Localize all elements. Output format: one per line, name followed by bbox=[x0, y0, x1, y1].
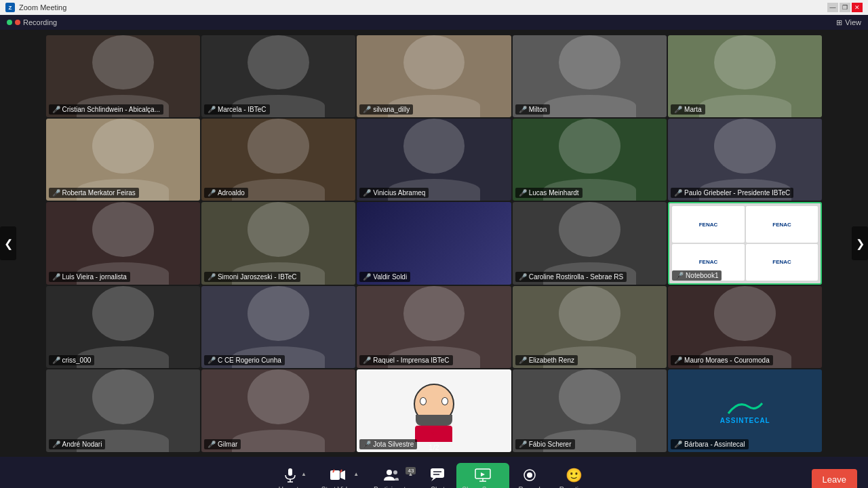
mic-icon-23: 🎤 bbox=[519, 441, 527, 448]
view-icon: ⊞ bbox=[836, 18, 842, 27]
mic-icon-22: 🎤 bbox=[363, 441, 371, 448]
reactions-icon: 🙂 bbox=[565, 466, 584, 485]
participants-icon bbox=[382, 466, 401, 485]
participant-label-23: 🎤 Fábio Scherer bbox=[515, 439, 575, 449]
mic-icon-3: 🎤 bbox=[519, 106, 527, 113]
mic-icon-7: 🎤 bbox=[363, 189, 371, 197]
mic-icon-0: 🎤 bbox=[52, 106, 60, 113]
svg-rect-3 bbox=[330, 470, 340, 480]
record-icon bbox=[520, 466, 539, 485]
video-icon bbox=[328, 466, 347, 485]
video-cell-13[interactable]: 🎤 Caroline Rostirolla - Sebrae RS bbox=[513, 202, 667, 284]
mic-icon-19: 🎤 bbox=[674, 357, 682, 364]
video-cell-9[interactable]: 🎤 Paulo Griebeler - Presidente IBTeC bbox=[668, 119, 822, 201]
nav-next-button[interactable]: ❯ bbox=[852, 226, 868, 260]
record-label: Record bbox=[519, 486, 540, 489]
chat-icon bbox=[428, 466, 447, 485]
video-cell-18[interactable]: 🎤 Elizabeth Renz bbox=[513, 286, 667, 368]
share-screen-icon bbox=[473, 466, 492, 485]
mic-icon-8: 🎤 bbox=[519, 189, 527, 197]
mic-icon-9: 🎤 bbox=[674, 189, 682, 197]
video-cell-19[interactable]: 🎤 Mauro Moraes - Couromoda bbox=[668, 286, 822, 368]
video-cell-15[interactable]: 🎤 criss_000 bbox=[46, 286, 200, 368]
video-cell-21[interactable]: 🎤 Gilmar bbox=[201, 369, 355, 451]
unmute-label: Unmute bbox=[279, 486, 302, 489]
mic-icon-15: 🎤 bbox=[52, 357, 60, 364]
video-cell-24[interactable]: ASSINTECAL 🎤 Bárbara - Assintecal bbox=[668, 369, 822, 451]
participant-label-16: 🎤 C CE Rogerio Cunha bbox=[204, 355, 285, 365]
video-cell-17[interactable]: 🎤 Raquel - Imprensa IBTeC bbox=[357, 286, 511, 368]
unmute-button[interactable]: ▲ Unmute bbox=[269, 466, 312, 489]
video-cell-11[interactable]: 🎤 Simoni Jaroszeski - IBTeC bbox=[201, 202, 355, 284]
chat-label: Chat bbox=[431, 486, 445, 489]
status-dot bbox=[7, 20, 12, 25]
mic-icon-4: 🎤 bbox=[674, 106, 682, 113]
participant-label-14: 🎤 Notebook1 bbox=[672, 270, 722, 281]
video-cell-7[interactable]: 🎤 Vinicius Abrameq bbox=[357, 119, 511, 201]
participant-label-4: 🎤 Marta bbox=[671, 104, 705, 115]
video-cell-8[interactable]: 🎤 Lucas Meinhardt bbox=[513, 119, 667, 201]
mic-icon-10: 🎤 bbox=[52, 273, 60, 281]
record-button[interactable]: Record bbox=[509, 466, 550, 489]
participant-label-21: 🎤 Gilmar bbox=[204, 439, 241, 449]
reactions-label: Reactions bbox=[559, 486, 589, 489]
video-cell-22[interactable]: W 🎤 Jota Silvestre bbox=[357, 369, 511, 451]
video-cell-2[interactable]: 🎤 silvana_dilly bbox=[357, 35, 511, 117]
share-screen-button[interactable]: Share Screen bbox=[456, 463, 509, 489]
participant-label-10: 🎤 Luis Vieira - jornalista bbox=[49, 272, 130, 282]
top-toolbar: Recording ⊞ View bbox=[0, 15, 868, 30]
participant-label-22: 🎤 Jota Silvestre bbox=[359, 439, 417, 449]
video-cell-6[interactable]: 🎤 Adroaldo bbox=[201, 119, 355, 201]
reactions-button[interactable]: 🙂 Reactions bbox=[550, 466, 599, 489]
video-area: ❮ ❯ 🎤 Cristian Schlindwein - Abicalça...… bbox=[0, 30, 868, 457]
participant-label-1: 🎤 Marcela - IBTeC bbox=[204, 104, 270, 115]
svg-marker-14 bbox=[481, 472, 485, 476]
video-cell-16[interactable]: 🎤 C CE Rogerio Cunha bbox=[201, 286, 355, 368]
maximize-button[interactable]: ❐ bbox=[840, 3, 850, 12]
participant-label-17: 🎤 Raquel - Imprensa IBTeC bbox=[359, 355, 452, 365]
mic-icon bbox=[281, 466, 300, 485]
video-cell-3[interactable]: 🎤 Milton bbox=[513, 35, 667, 117]
participants-button[interactable]: 43 ▲ Participants bbox=[364, 466, 418, 489]
mic-icon-16: 🎤 bbox=[208, 357, 216, 364]
participant-label-20: 🎤 André Nodari bbox=[49, 439, 106, 449]
window-controls[interactable]: — ❐ ✕ bbox=[827, 3, 863, 12]
video-cell-0[interactable]: 🎤 Cristian Schlindwein - Abicalça... bbox=[46, 35, 200, 117]
title-bar: Z Zoom Meeting — ❐ ✕ bbox=[0, 0, 868, 15]
video-cell-10[interactable]: 🎤 Luis Vieira - jornalista bbox=[46, 202, 200, 284]
participant-label-13: 🎤 Caroline Rostirolla - Sebrae RS bbox=[515, 272, 627, 282]
participant-label-24: 🎤 Bárbara - Assintecal bbox=[671, 439, 749, 449]
video-cell-1[interactable]: 🎤 Marcela - IBTeC bbox=[201, 35, 355, 117]
video-cell-23[interactable]: 🎤 Fábio Scherer bbox=[513, 369, 667, 451]
video-grid: 🎤 Cristian Schlindwein - Abicalça... 🎤 M… bbox=[46, 35, 823, 452]
video-cell-4[interactable]: 🎤 Marta bbox=[668, 35, 822, 117]
app-icon: Z bbox=[5, 3, 15, 12]
participants-caret: ▲ bbox=[408, 471, 413, 477]
mic-icon-6: 🎤 bbox=[208, 189, 216, 197]
participant-label-5: 🎤 Roberta Merkator Feiras bbox=[49, 188, 139, 198]
chat-button[interactable]: Chat bbox=[418, 466, 456, 489]
video-cell-14[interactable]: FENAC FENAC FENAC FENAC 🎤 Notebook1 bbox=[668, 202, 822, 284]
view-button[interactable]: ⊞ View bbox=[836, 18, 861, 27]
video-cell-12[interactable]: 🎤 Valdir Soldi bbox=[357, 202, 511, 284]
mic-icon-14: 🎤 bbox=[675, 272, 684, 279]
participants-label: Participants bbox=[374, 486, 409, 489]
participant-label-6: 🎤 Adroaldo bbox=[204, 188, 248, 198]
mic-icon-2: 🎤 bbox=[363, 106, 371, 113]
mic-icon-1: 🎤 bbox=[208, 106, 216, 113]
participant-label-19: 🎤 Mauro Moraes - Couromoda bbox=[671, 355, 773, 365]
participant-label-3: 🎤 Milton bbox=[515, 104, 551, 115]
video-cell-20[interactable]: 🎤 André Nodari bbox=[46, 369, 200, 451]
svg-rect-9 bbox=[431, 468, 444, 478]
participant-label-15: 🎤 criss_000 bbox=[49, 355, 95, 365]
participant-label-0: 🎤 Cristian Schlindwein - Abicalça... bbox=[49, 104, 164, 115]
minimize-button[interactable]: — bbox=[827, 3, 838, 12]
nav-prev-button[interactable]: ❮ bbox=[0, 226, 16, 260]
video-cell-5[interactable]: 🎤 Roberta Merkator Feiras bbox=[46, 119, 200, 201]
recording-badge: Recording bbox=[7, 18, 57, 26]
close-button[interactable]: ✕ bbox=[852, 3, 863, 12]
start-video-button[interactable]: ▲ Start Video bbox=[312, 466, 364, 489]
bottom-toolbar: ▲ Unmute ▲ Start Video 43 ▲ Particip bbox=[0, 457, 868, 488]
leave-button[interactable]: Leave bbox=[812, 469, 857, 489]
mic-icon-17: 🎤 bbox=[363, 357, 371, 364]
